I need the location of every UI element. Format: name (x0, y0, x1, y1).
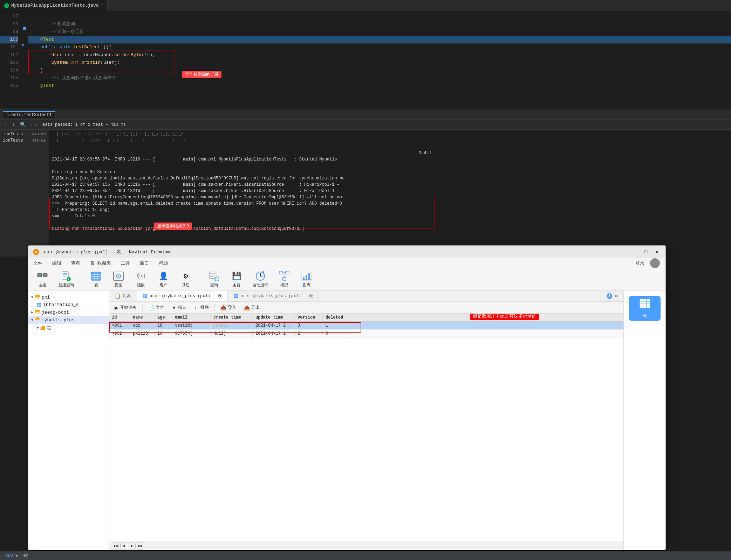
toolbar-user-btn[interactable]: 👤 用户 (153, 269, 173, 289)
toolbar-other-btn[interactable]: ⚙ 其它 (176, 269, 196, 289)
console-hikari-2: 2021-04-17 23:09:57.352 INFO 13216 --- [… (52, 188, 728, 194)
test-down-btn[interactable]: ↓ (11, 121, 16, 128)
test-layout: ionTests 410 ms ionTests 410 ms | |\/| |… (0, 130, 731, 257)
code-lines: //测试查询 //查询一条记录 @Test public void testSe… (28, 11, 731, 109)
user-avatar[interactable] (650, 258, 660, 268)
import-btn[interactable]: 📥 导入 (218, 303, 239, 312)
sidebar-item-pxl[interactable]: ▼ pxl (28, 293, 109, 301)
navicat-tab-user2[interactable]: user @mybatis_plus (pxl) - 表 (228, 291, 319, 301)
menu-file[interactable]: 文件 (31, 259, 45, 267)
sort-icon: ↑↓ (194, 305, 199, 310)
td-version-2: 2 (295, 330, 323, 337)
page-back-btn[interactable]: ◀ (120, 542, 127, 549)
menu-tools[interactable]: 工具 (119, 259, 132, 267)
menu-view[interactable]: 查看 (69, 259, 82, 267)
test-search-btn[interactable]: 🔍 (19, 121, 27, 128)
toolbar-backup-btn[interactable]: 💾 备份 (227, 269, 246, 289)
text-view-btn[interactable]: 📄 文本 (145, 303, 167, 312)
test-up-btn[interactable]: ↑ (3, 121, 8, 128)
td-email-1: test1@t (172, 322, 211, 329)
toolbar-view-btn[interactable]: 视图 (109, 269, 128, 289)
sort-btn[interactable]: ↑↓ 排序 (191, 303, 212, 312)
editor-tab[interactable]: MybatisPlusApplicationTests.java × (0, 0, 108, 11)
toolbar-query-btn[interactable]: 查询 (204, 269, 224, 289)
close-window-button[interactable]: ✕ (653, 248, 661, 256)
next-page-btn[interactable]: ▶▶ (137, 542, 144, 549)
code-line-97 (28, 13, 731, 20)
td-update-2: 2021-04-17 2 (253, 330, 295, 337)
model-icon (279, 271, 290, 282)
close-tab-icon[interactable]: × (101, 4, 103, 8)
export-btn[interactable]: 📤 导出 (241, 303, 262, 312)
right-panel-table-btn[interactable]: 表 (629, 296, 661, 321)
page-forward-btn[interactable]: ▶ (129, 542, 136, 549)
code-line-105: //可以查询多个也可以查询单个 (28, 74, 731, 82)
navicat-tab-objects[interactable]: 📋 对象 (109, 291, 137, 301)
ide-terminal-label[interactable]: ▶ Ter (16, 553, 28, 558)
pagination: ◀◀ ◀ ▶ ▶▶ (112, 542, 144, 549)
navicat-bottom-bar: ◀◀ ◀ ▶ ▶▶ (109, 541, 623, 550)
connect-icon (37, 271, 48, 282)
toolbar-table-btn[interactable]: 表 (86, 269, 106, 289)
toolbar-function-btn[interactable]: f(x) 函数 (131, 269, 151, 289)
begin-transaction-btn[interactable]: ▶ 开始事务 (112, 303, 139, 312)
other-icon: ⚙ (180, 271, 191, 282)
table-row-1[interactable]: >001 sdz 18 test1@t (Null) 2021-04-17 2 … (109, 322, 623, 330)
menu-window[interactable]: 窗口 (138, 259, 151, 267)
file-logo-icon (4, 3, 9, 8)
test-list-item[interactable]: ionTests 410 ms (0, 131, 49, 137)
td-create-1: (Null) (211, 322, 253, 329)
navicat-tab-user1[interactable]: user @mybatis_plus (pxl) - 表 (137, 291, 228, 301)
test-tab-label[interactable]: nTests.testSelect1 (3, 111, 55, 118)
td-deleted-2: 0 (323, 330, 347, 337)
tree-arrow-tables: ▼ (37, 326, 39, 330)
sidebar-item-table-folder[interactable]: ▼ 表 (28, 324, 109, 332)
console-empty-3 (52, 219, 728, 226)
toolbar-schedule-btn[interactable]: 自动运行 (249, 269, 272, 289)
table-row-2[interactable]: >002 pxl123 20 987654( Null) 2021-04-17 … (109, 330, 623, 338)
navicat-login-label[interactable]: 登录 (635, 260, 644, 266)
sidebar-item-mybatis[interactable]: ▼ mybatis_plus (28, 316, 109, 324)
console-closing: Closing non transactional SqlSession [or… (52, 226, 728, 232)
toolbar-newquery-btn[interactable]: + 新建查询 (55, 269, 77, 289)
menu-table-favorites[interactable]: 表 收藏夹 (88, 259, 113, 267)
toolbar-connect-btn[interactable]: 连接 (33, 269, 52, 289)
svg-rect-39 (303, 277, 305, 280)
filter-btn[interactable]: ▼ 筛选 (169, 303, 189, 312)
test-list-item-2[interactable]: ionTests 410 ms (0, 137, 49, 144)
navicat-tab-bar: 📋 对象 user @mybatis_plus (pxl) - 表 (109, 291, 623, 302)
minimize-button[interactable]: — (630, 248, 639, 256)
td-name-1: sdz (130, 322, 155, 329)
ide-todo-label[interactable]: TODO (3, 553, 13, 558)
prev-page-btn[interactable]: ◀◀ (112, 542, 119, 549)
table-icon-info (37, 302, 42, 307)
transaction-icon: ▶ (115, 305, 118, 310)
code-line-101: public void testSelect1(){ (28, 43, 731, 51)
table-icon (90, 271, 102, 282)
console-version: 3.4.1 (52, 150, 728, 156)
sidebar-item-jeecg[interactable]: ▶ jeecg-boot (28, 308, 109, 316)
maximize-button[interactable]: □ (642, 248, 650, 256)
navicat-menubar: 文件 编辑 查看 表 收藏夹 工具 窗口 帮助 登录 (28, 258, 665, 268)
navicat-window: N user @mybatis_plus (pxl) - 表 - Navicat… (28, 245, 666, 550)
newquery-label: 新建查询 (59, 282, 74, 288)
navicat-toolbar: 连接 + 新建查询 (28, 268, 665, 291)
schedule-icon (255, 271, 266, 282)
svg-text:N: N (35, 251, 37, 254)
test-status-text: Tests passed: 1 of 1 test – 410 ms (40, 122, 126, 127)
menu-edit[interactable]: 编辑 (50, 259, 63, 267)
menu-help[interactable]: 帮助 (157, 259, 170, 267)
function-icon: f(x) (135, 271, 146, 282)
code-line-106: @Test (28, 82, 731, 90)
toolbar-chart-btn[interactable]: 图表 (297, 269, 316, 289)
other-label: 其它 (182, 282, 190, 288)
navicat-action-bar: ▶ 开始事务 📄 文本 ▼ 筛选 ↑↓ 排序 📥 (109, 302, 623, 314)
sidebar-item-information[interactable]: information_s (28, 301, 109, 308)
test-console[interactable]: | |\/| |/ / \ \/ | | _| |_ |_| | |_ |_) … (49, 130, 731, 257)
navicat-title-text: user @mybatis_plus (pxl) - 表 - Navicat P… (42, 249, 170, 255)
navicat-info-btn[interactable]: i DDL (604, 293, 623, 299)
svg-rect-41 (308, 273, 310, 280)
console-parameters: ==> Parameters: 1(Long) (52, 207, 728, 213)
toolbar-model-btn[interactable]: 模型 (274, 269, 294, 289)
svg-rect-33 (279, 271, 283, 274)
